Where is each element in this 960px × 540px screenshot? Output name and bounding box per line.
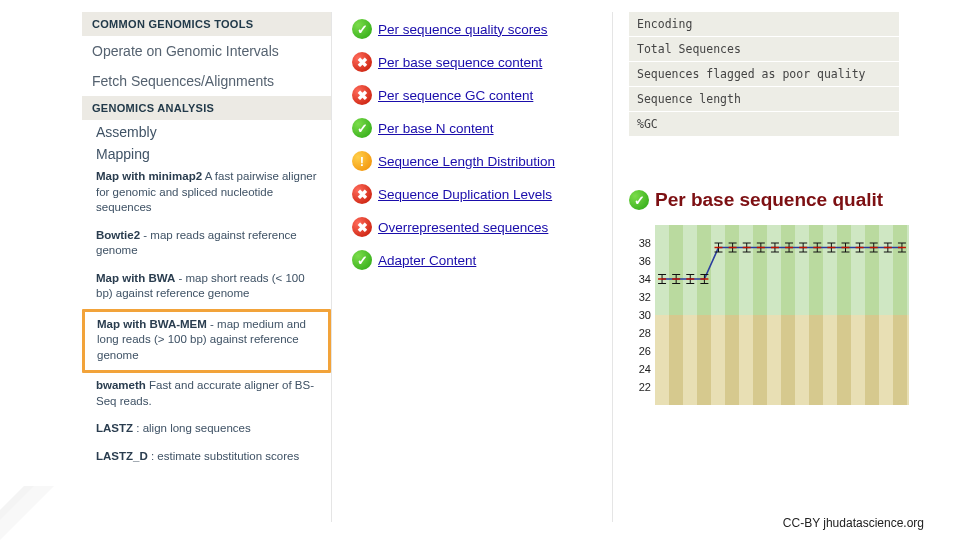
y-tick-label: 32 — [629, 291, 651, 303]
corner-decoration-icon — [0, 486, 54, 540]
qc-row: Per base N content — [352, 113, 592, 146]
mapping-tool-item[interactable]: Map with BWA - map short reads (< 100 bp… — [82, 266, 331, 309]
qc-link[interactable]: Per base N content — [378, 121, 494, 136]
y-tick-label: 22 — [629, 381, 651, 393]
tool-name: LASTZ — [96, 422, 133, 434]
check-icon — [352, 250, 372, 270]
table-row: Sequence length — [629, 87, 899, 112]
qc-link[interactable]: Adapter Content — [378, 253, 476, 268]
cross-icon — [352, 85, 372, 105]
basic-stats-table: EncodingTotal SequencesSequences flagged… — [629, 12, 899, 137]
check-icon — [629, 190, 649, 210]
table-row: %GC — [629, 112, 899, 137]
y-tick-label: 24 — [629, 363, 651, 375]
y-tick-label: 38 — [629, 237, 651, 249]
qc-row: Per sequence GC content — [352, 80, 592, 113]
sidebar-item-genomic-intervals[interactable]: Operate on Genomic Intervals — [82, 36, 331, 66]
y-tick-label: 28 — [629, 327, 651, 339]
qc-link[interactable]: Overrepresented sequences — [378, 220, 548, 235]
tool-name: Bowtie2 — [96, 229, 140, 241]
qc-row: Sequence Duplication Levels — [352, 179, 592, 212]
per-base-quality-chart: 383634323028262422 — [629, 225, 909, 405]
cross-icon — [352, 52, 372, 72]
qc-row: Per sequence quality scores — [352, 14, 592, 47]
mapping-tool-item[interactable]: LASTZ_D : estimate substitution scores — [82, 444, 331, 472]
check-icon — [352, 118, 372, 138]
tool-name: Map with BWA-MEM — [97, 318, 207, 330]
svg-marker-73 — [0, 486, 54, 540]
sidebar-item-fetch-sequences[interactable]: Fetch Sequences/Alignments — [82, 66, 331, 96]
qc-module-list: Per sequence quality scoresPer base sequ… — [352, 12, 592, 522]
y-tick-label: 34 — [629, 273, 651, 285]
qc-row: Per base sequence content — [352, 47, 592, 80]
mapping-tool-item[interactable]: bwameth Fast and accurate aligner of BS-… — [82, 373, 331, 416]
mapping-tool-item[interactable]: LASTZ : align long sequences — [82, 416, 331, 444]
mapping-tool-item[interactable]: Bowtie2 - map reads against reference ge… — [82, 223, 331, 266]
qc-row: Sequence Length Distribution — [352, 146, 592, 179]
qc-link[interactable]: Per base sequence content — [378, 55, 542, 70]
qc-link[interactable]: Sequence Duplication Levels — [378, 187, 552, 202]
warning-icon — [352, 151, 372, 171]
qc-row: Adapter Content — [352, 245, 592, 278]
tool-name: Map with BWA — [96, 272, 175, 284]
tool-sidebar: COMMON GENOMICS TOOLS Operate on Genomic… — [82, 12, 332, 522]
report-panel: EncodingTotal SequencesSequences flagged… — [612, 12, 909, 522]
attribution-footer: CC-BY jhudatascience.org — [783, 516, 924, 530]
table-row: Sequences flagged as poor quality — [629, 62, 899, 87]
y-tick-label: 26 — [629, 345, 651, 357]
qc-row: Overrepresented sequences — [352, 212, 592, 245]
cross-icon — [352, 184, 372, 204]
tool-desc: : align long sequences — [133, 422, 251, 434]
tool-desc: : estimate substitution scores — [148, 450, 299, 462]
qc-link[interactable]: Per sequence quality scores — [378, 22, 548, 37]
sidebar-item-mapping[interactable]: Mapping — [82, 142, 331, 164]
qc-link[interactable]: Sequence Length Distribution — [378, 154, 555, 169]
check-icon — [352, 19, 372, 39]
y-tick-label: 36 — [629, 255, 651, 267]
tool-name: LASTZ_D — [96, 450, 148, 462]
mapping-tool-item[interactable]: Map with BWA-MEM - map medium and long r… — [82, 309, 331, 374]
y-tick-label: 30 — [629, 309, 651, 321]
sidebar-header-common: COMMON GENOMICS TOOLS — [82, 12, 331, 36]
cross-icon — [352, 217, 372, 237]
table-row: Total Sequences — [629, 37, 899, 62]
tool-name: Map with minimap2 — [96, 170, 202, 182]
sidebar-header-analysis: GENOMICS ANALYSIS — [82, 96, 331, 120]
table-row: Encoding — [629, 12, 899, 37]
chart-title: Per base sequence qualit — [655, 189, 883, 211]
qc-link[interactable]: Per sequence GC content — [378, 88, 533, 103]
tool-name: bwameth — [96, 379, 146, 391]
sidebar-item-assembly[interactable]: Assembly — [82, 120, 331, 142]
mapping-tool-item[interactable]: Map with minimap2 A fast pairwise aligne… — [82, 164, 331, 223]
